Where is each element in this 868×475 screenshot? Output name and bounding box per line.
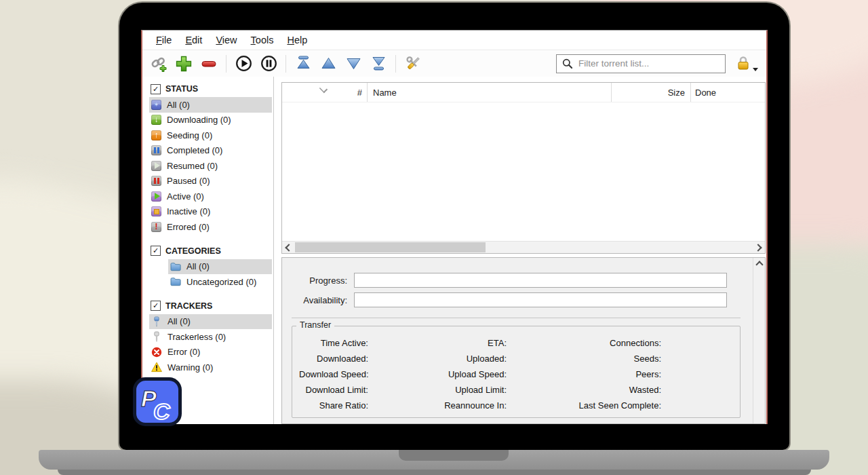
move-bottom-button[interactable] [368, 53, 389, 75]
delete-button[interactable] [198, 53, 220, 75]
torrent-details-pane: Progress: Availability: Transfer Time Ac… [281, 257, 766, 424]
sidebar-item-paused[interactable]: Paused (0) [149, 174, 272, 189]
resume-button[interactable] [233, 53, 254, 75]
filter-searchbox [556, 54, 726, 73]
categories-section-title: CATEGORIES [165, 246, 221, 256]
status-section-title: STATUS [165, 84, 198, 94]
minus-icon [200, 55, 218, 73]
transfer-groupbox-title: Transfer [296, 320, 334, 330]
downloading-icon: ↓ [151, 115, 161, 125]
sidebar-item-seeding[interactable]: ↑ Seeding (0) [149, 128, 272, 143]
torrent-table-header: # Name Size Done [282, 83, 765, 102]
completed-icon [151, 145, 161, 155]
connections-value [661, 340, 733, 347]
errored-icon: ! [151, 222, 161, 232]
download-speed-label: Download Speed: [299, 369, 368, 379]
sidebar-item-categories-all[interactable]: All (0) [168, 259, 272, 275]
sidebar-item-trackers-all[interactable]: All (0) [149, 314, 272, 330]
sidebar-item-downloading[interactable]: ↓ Downloading (0) [149, 113, 272, 128]
tools-icon [404, 54, 422, 73]
move-top-button[interactable] [292, 53, 314, 75]
folder-icon [170, 276, 181, 287]
warning-icon [151, 362, 162, 373]
sidebar-item-status-all[interactable]: ✶ All (0) [149, 97, 272, 113]
active-icon [151, 191, 161, 202]
sidebar-item-inactive[interactable]: Inactive (0) [149, 204, 272, 220]
laptop-notch [399, 450, 509, 461]
trackerless-icon [151, 331, 162, 342]
downloaded-label: Downloaded: [299, 354, 368, 364]
move-down-button[interactable] [342, 53, 364, 75]
peers-value [661, 371, 733, 378]
last-seen-complete-label: Last Seen Complete: [569, 400, 661, 411]
progress-label: Progress: [288, 276, 347, 286]
trackers-section-header[interactable]: ✓ TRACKERS [142, 298, 273, 314]
move-up-button[interactable] [317, 53, 339, 75]
sidebar-item-errored[interactable]: ! Errored (0) [149, 219, 272, 235]
laptop-base [39, 450, 829, 470]
sidebar-item-active[interactable]: Active (0) [149, 189, 272, 204]
categories-checkbox[interactable]: ✓ [151, 246, 161, 256]
add-torrent-file-button[interactable] [173, 53, 195, 75]
horizontal-scrollbar[interactable] [282, 241, 765, 253]
add-torrent-link-button[interactable] [148, 53, 170, 75]
trackers-checkbox[interactable]: ✓ [151, 301, 161, 311]
menu-file[interactable]: File [149, 33, 178, 48]
menu-help[interactable]: Help [280, 33, 314, 48]
menu-bar: File Edit View Tools Help [142, 31, 766, 50]
uploaded-label: Uploaded: [421, 354, 507, 364]
details-separator [292, 318, 741, 318]
filter-input[interactable] [577, 58, 722, 69]
sidebar-item-tracker-error[interactable]: Error (0) [149, 345, 272, 360]
error-icon [151, 347, 162, 358]
sidebar-item-trackerless[interactable]: Trackerless (0) [149, 329, 272, 345]
move-top-icon [294, 54, 313, 73]
toolbar-separator [395, 55, 396, 73]
pause-button[interactable] [258, 53, 279, 75]
menu-tools[interactable]: Tools [244, 33, 281, 48]
download-limit-value [368, 387, 421, 394]
column-header-done[interactable]: Done [691, 83, 765, 102]
menu-edit[interactable]: Edit [178, 33, 209, 48]
sidebar-item-uncategorized[interactable]: Uncategorized (0) [168, 274, 272, 290]
sidebar-item-completed[interactable]: Completed (0) [149, 143, 272, 159]
link-icon [150, 55, 167, 73]
uploaded-value [507, 356, 569, 362]
downloaded-value [368, 356, 421, 362]
paused-icon [151, 176, 161, 186]
watermark-logo: P C [133, 377, 182, 426]
tracker-icon [151, 316, 162, 327]
folder-icon [170, 261, 181, 272]
scroll-left-arrow[interactable] [282, 242, 294, 253]
options-button[interactable] [402, 53, 424, 75]
lock-button[interactable] [734, 54, 758, 72]
vertical-scrollbar[interactable] [753, 258, 765, 423]
move-up-icon [319, 54, 338, 73]
logo-letter-c: C [153, 398, 170, 424]
sidebar-item-tracker-warning[interactable]: Warning (0) [149, 360, 272, 375]
plus-icon [175, 55, 193, 73]
sidebar-item-resumed[interactable]: Resumed (0) [149, 158, 272, 174]
categories-section-header[interactable]: ✓ CATEGORIES [142, 243, 273, 259]
torrent-table: # Name Size Done [281, 82, 766, 254]
qbittorrent-window: File Edit View Tools Help [141, 30, 768, 424]
seeds-value [661, 356, 733, 362]
status-section-header[interactable]: ✓ STATUS [142, 81, 273, 97]
upload-speed-label: Upload Speed: [421, 369, 507, 379]
horizontal-scroll-thumb[interactable] [295, 242, 486, 252]
peers-label: Peers: [569, 369, 661, 379]
column-header-size[interactable]: Size [612, 83, 691, 102]
scroll-right-arrow[interactable] [753, 242, 765, 253]
progress-row: Progress: [288, 273, 727, 288]
laptop-base-lip [58, 470, 811, 475]
menu-view[interactable]: View [209, 33, 243, 48]
reannounce-value [507, 402, 569, 409]
eta-value [507, 340, 569, 347]
search-icon [561, 58, 573, 69]
status-checkbox[interactable]: ✓ [151, 84, 161, 94]
scroll-up-arrow[interactable] [753, 258, 765, 269]
connections-label: Connections: [569, 338, 661, 348]
upload-speed-value [507, 371, 569, 378]
column-header-name[interactable]: Name [368, 83, 612, 102]
wasted-label: Wasted: [569, 385, 661, 395]
